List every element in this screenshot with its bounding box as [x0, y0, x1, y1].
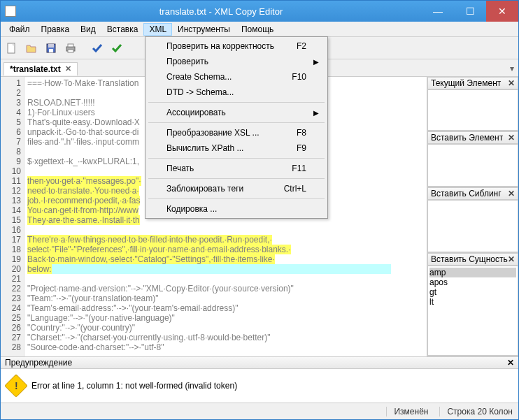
menuitem[interactable]: DTD -> Schema...: [147, 85, 326, 100]
entity-item[interactable]: amp: [429, 268, 516, 277]
menuitem[interactable]: Ассоциировать▶: [147, 105, 326, 120]
menu-правка[interactable]: Правка: [36, 23, 76, 36]
maximize-button[interactable]: ☐: [454, 1, 486, 22]
window-title: translate.txt - XML Copy Editor: [20, 6, 422, 17]
statusbar: Изменён Строка 20 Колон: [1, 403, 518, 419]
print-button[interactable]: [62, 40, 79, 57]
line-gutter: 1234567891011121314151617181920212223242…: [1, 77, 24, 356]
tabs-overflow-icon[interactable]: ▾: [510, 64, 514, 73]
svg-rect-6: [68, 50, 73, 52]
menu-xml[interactable]: XML: [143, 23, 172, 36]
menu-вставка[interactable]: Вставка: [101, 23, 144, 36]
menuitem[interactable]: Create Schema...F10: [147, 69, 326, 85]
minimize-button[interactable]: —: [422, 1, 454, 22]
entity-list[interactable]: ampaposgtlt: [427, 266, 518, 356]
menu-вид[interactable]: Вид: [75, 23, 101, 36]
titlebar: translate.txt - XML Copy Editor — ☐ ✕: [1, 1, 518, 22]
panel-close-icon[interactable]: ✕: [508, 133, 515, 143]
close-button[interactable]: ✕: [486, 1, 518, 22]
close-tab-icon[interactable]: ✕: [65, 64, 71, 73]
svg-rect-2: [48, 44, 54, 48]
tab-label: *translate.txt: [10, 64, 61, 74]
panel-insert-sibling: Вставить Сиблинг✕: [427, 187, 518, 253]
file-tab[interactable]: *translate.txt ✕: [3, 62, 78, 75]
menubar: ФайлПравкаВидВставкаXMLИнструментыПомощь: [1, 22, 518, 37]
svg-rect-3: [49, 49, 53, 52]
new-button[interactable]: [3, 40, 20, 57]
menuitem[interactable]: Вычислить XPath ...F9: [147, 140, 326, 156]
warning-icon: [4, 374, 28, 398]
panel-close-icon[interactable]: ✕: [508, 78, 515, 88]
entity-item[interactable]: apos: [429, 277, 516, 287]
entity-item[interactable]: lt: [429, 297, 516, 307]
panel-close-icon[interactable]: ✕: [508, 254, 515, 264]
side-panels: Текущий Элемент✕ Вставить Элемент✕ Встав…: [427, 77, 518, 356]
open-button[interactable]: [23, 40, 40, 57]
save-button[interactable]: [43, 40, 59, 57]
menuitem[interactable]: Кодировка ...: [147, 201, 326, 217]
warning-panel: Error at line 1, column 1: not well-form…: [1, 369, 518, 403]
menuitem[interactable]: Проверить на корректностьF2: [147, 38, 326, 54]
panel-insert-element: Вставить Элемент✕: [427, 131, 518, 187]
svg-rect-5: [68, 44, 73, 47]
panel-close-icon[interactable]: ✕: [508, 189, 515, 198]
warning-panel-header: Предупреждение ✕: [1, 356, 518, 369]
menu-инструменты[interactable]: Инструменты: [172, 23, 236, 36]
status-position: Строка 20 Колон: [439, 407, 513, 417]
status-modified: Изменён: [386, 407, 428, 417]
panel-insert-entity: Вставить Сущность✕ ampaposgtlt: [427, 253, 518, 356]
menuitem[interactable]: Проверить▶: [147, 54, 326, 69]
menu-помощь[interactable]: Помощь: [236, 23, 279, 36]
panel-current-element: Текущий Элемент✕: [427, 77, 518, 131]
xml-menu-dropdown: Проверить на корректностьF2Проверить▶Cre…: [145, 36, 328, 219]
menu-файл[interactable]: Файл: [3, 23, 36, 36]
menuitem[interactable]: ПечатьF11: [147, 161, 326, 176]
app-icon: [5, 6, 16, 17]
warning-text: Error at line 1, column 1: not well-form…: [31, 381, 237, 391]
panel-close-icon[interactable]: ✕: [507, 358, 514, 368]
menuitem[interactable]: Преобразование XSL ...F8: [147, 125, 326, 140]
entity-item[interactable]: gt: [429, 287, 516, 297]
menuitem[interactable]: Заблокировать тегиCtrl+L: [147, 181, 326, 196]
check-wellformed-button[interactable]: [89, 40, 106, 57]
validate-button[interactable]: [108, 40, 125, 57]
